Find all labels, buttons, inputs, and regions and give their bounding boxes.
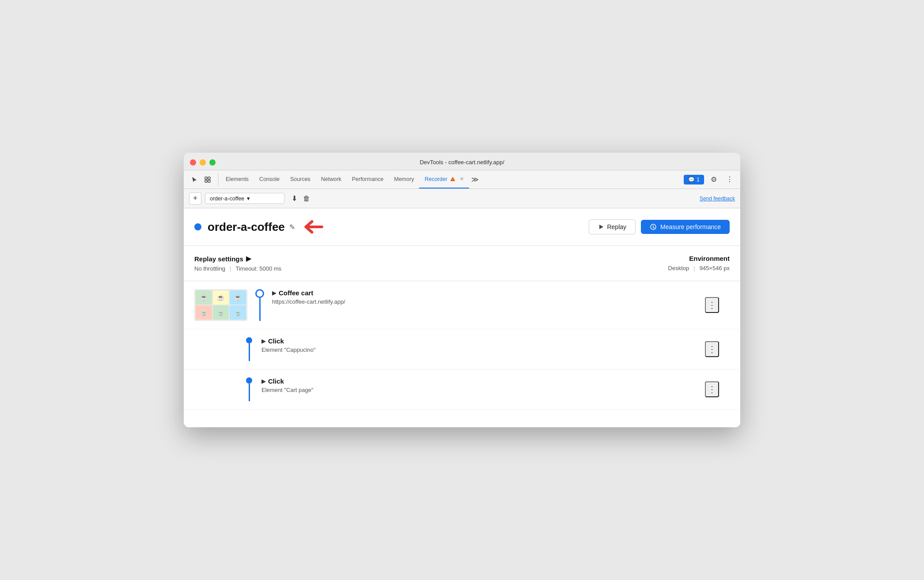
cursor-icon — [191, 176, 198, 183]
nav-tabs: Elements Console Sources Network Perform… — [220, 170, 684, 188]
env-divider: | — [693, 265, 695, 271]
timeline-col — [237, 329, 261, 369]
window-title: DevTools - coffee-cart.netlify.app/ — [420, 159, 504, 166]
settings-btn[interactable]: ⚙ — [708, 173, 720, 186]
tab-performance[interactable]: Performance — [347, 170, 389, 188]
settings-right: Environment Desktop | 945×546 px — [668, 255, 730, 271]
add-icon: + — [193, 194, 198, 203]
measure-icon — [650, 223, 657, 230]
step-title: ▶ Click — [261, 337, 705, 345]
step-expand-icon[interactable]: ▶ — [272, 290, 276, 296]
replay-button[interactable]: Replay — [589, 219, 636, 234]
step-expand-icon[interactable]: ▶ — [261, 338, 265, 344]
throttling-value: No throttling — [194, 265, 225, 272]
step-node-click2 — [246, 377, 252, 384]
step-content-click1: ▶ Click Element "Cappucino" — [261, 329, 705, 369]
expand-icon: ▶ — [246, 255, 251, 263]
warning-icon: ! — [450, 177, 455, 182]
main-toolbar: Elements Console Sources Network Perform… — [184, 170, 740, 189]
step-node-navigate — [255, 289, 264, 298]
chat-button[interactable]: 💬 1 — [684, 175, 704, 185]
title-bar: DevTools - coffee-cart.netlify.app/ — [184, 153, 740, 170]
measure-performance-button[interactable]: Measure performance — [641, 220, 730, 234]
edit-icon[interactable]: ✎ — [289, 223, 295, 231]
traffic-lights — [190, 159, 216, 166]
step-line — [249, 343, 250, 361]
header-actions: Replay Measure performance — [589, 219, 730, 234]
settings-left: Replay settings ▶ No throttling | Timeou… — [194, 255, 668, 272]
chevron-down-icon: ▾ — [247, 195, 250, 202]
step-row: ☕ ☕ ☕ 🍵 🍵 — [184, 281, 740, 329]
maximize-button[interactable] — [209, 159, 216, 166]
chat-icon: 💬 — [688, 177, 695, 183]
devtools-window: DevTools - coffee-cart.netlify.app/ Elem — [184, 153, 740, 427]
step-title: ▶ Click — [261, 377, 705, 385]
svg-rect-2 — [205, 180, 207, 182]
tab-elements[interactable]: Elements — [220, 170, 254, 188]
step-more-btn[interactable]: ⋮ — [705, 297, 719, 313]
recorder-tab-close[interactable]: ✕ — [460, 176, 464, 182]
tab-console[interactable]: Console — [254, 170, 285, 188]
step-line — [259, 298, 261, 321]
thumb-cell: ☕ — [213, 290, 229, 305]
more-options-btn[interactable]: ⋮ — [723, 173, 736, 186]
step-node-click1 — [246, 337, 252, 343]
thumb-cell: 🍵 — [196, 305, 212, 320]
close-button[interactable] — [190, 159, 196, 166]
thumb-cell: ☕ — [230, 290, 246, 305]
step-row: ▶ Click Element "Cart page" ⋮ — [184, 369, 740, 410]
timeline-col — [237, 369, 261, 409]
svg-marker-5 — [599, 225, 603, 229]
step-title: ▶ Coffee cart — [272, 289, 705, 297]
download-btn[interactable]: ⬇ — [288, 192, 300, 205]
svg-rect-1 — [208, 177, 210, 179]
recording-selector[interactable]: order-a-coffee ▾ — [205, 193, 284, 204]
tab-network[interactable]: Network — [316, 170, 347, 188]
download-icon: ⬇ — [292, 194, 297, 203]
thumb-cell: 🍵 — [230, 305, 246, 320]
tab-sources[interactable]: Sources — [285, 170, 316, 188]
steps-wrapper: ☕ ☕ ☕ 🍵 🍵 — [184, 281, 740, 427]
step-subtitle: Element "Cappucino" — [261, 346, 705, 353]
selected-recording-name: order-a-coffee — [210, 196, 244, 202]
svg-rect-3 — [208, 180, 210, 182]
env-type: Desktop — [668, 265, 689, 271]
step-content-navigate: ▶ Coffee cart https://coffee-cart.netlif… — [272, 281, 705, 329]
step-expand-icon[interactable]: ▶ — [261, 378, 265, 384]
step-content-click2: ▶ Click Element "Cart page" — [261, 369, 705, 409]
more-tabs-btn[interactable]: ≫ — [469, 173, 481, 186]
svg-rect-0 — [205, 177, 207, 179]
spacer — [184, 410, 740, 427]
tab-recorder[interactable]: Recorder ! ✕ — [419, 170, 469, 188]
thumbnail-grid: ☕ ☕ ☕ 🍵 🍵 — [194, 289, 247, 321]
environment-title: Environment — [668, 255, 730, 262]
inspect-icon-btn[interactable] — [201, 173, 214, 186]
replay-settings-section: Replay settings ▶ No throttling | Timeou… — [184, 246, 740, 281]
thumb-cell: 🍵 — [213, 305, 229, 320]
step-subtitle: Element "Cart page" — [261, 387, 705, 393]
toolbar-right: 💬 1 ⚙ ⋮ — [684, 173, 736, 186]
step-thumbnail: ☕ ☕ ☕ 🍵 🍵 — [194, 289, 247, 321]
step-subtitle: https://coffee-cart.netlify.app/ — [272, 298, 705, 305]
env-resolution: 945×546 px — [700, 265, 730, 271]
add-recording-btn[interactable]: + — [189, 192, 201, 205]
play-icon — [598, 224, 604, 230]
thumb-cell: ☕ — [196, 290, 212, 305]
send-feedback-link[interactable]: Send feedback — [700, 196, 735, 202]
environment-details: Desktop | 945×546 px — [668, 265, 730, 271]
tab-memory[interactable]: Memory — [389, 170, 419, 188]
cursor-icon-btn[interactable] — [188, 173, 201, 186]
arrow-indicator — [301, 217, 324, 237]
recording-header: order-a-coffee ✎ Replay — [184, 208, 740, 246]
step-more-btn[interactable]: ⋮ — [705, 381, 719, 397]
recorder-toolbar: + order-a-coffee ▾ ⬇ 🗑 Send feedback — [184, 189, 740, 208]
step-more-btn[interactable]: ⋮ — [705, 341, 719, 357]
trash-icon: 🗑 — [303, 195, 310, 203]
replay-settings-title[interactable]: Replay settings ▶ — [194, 255, 668, 263]
minimize-button[interactable] — [200, 159, 206, 166]
svg-text:!: ! — [452, 178, 453, 181]
settings-details: No throttling | Timeout: 5000 ms — [194, 265, 668, 272]
settings-divider: | — [230, 265, 231, 272]
timeline-col — [247, 281, 272, 329]
delete-btn[interactable]: 🗑 — [300, 192, 313, 205]
